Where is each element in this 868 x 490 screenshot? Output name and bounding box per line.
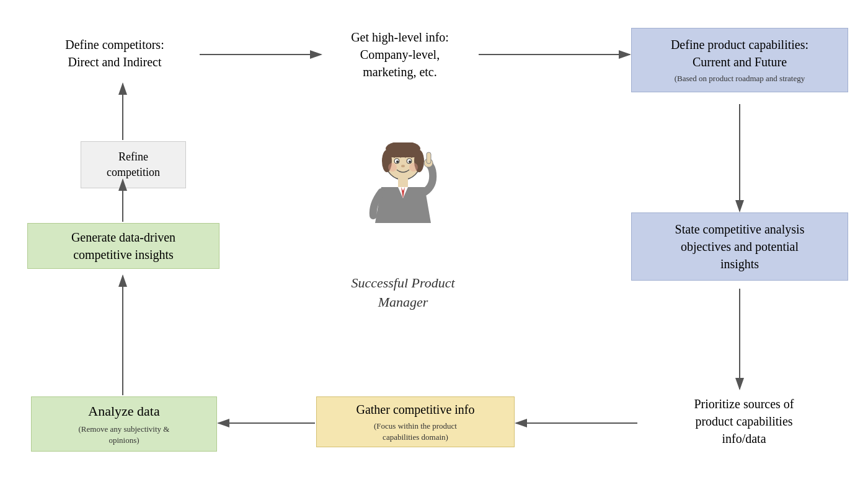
node-define-competitors: Define competitors: Direct and Indirect	[31, 31, 198, 76]
node-analyze-data: Analyze data (Remove any subjectivity &o…	[31, 396, 217, 452]
character-svg	[360, 142, 446, 266]
svg-rect-12	[398, 178, 408, 187]
node-refine-competition: Refinecompetition	[81, 141, 186, 188]
node-gather-competitive: Gather competitive info (Focus within th…	[316, 396, 515, 447]
svg-point-10	[388, 163, 397, 172]
svg-point-9	[401, 165, 405, 167]
character-label: Successful ProductManager	[335, 274, 471, 312]
diagram: Define competitors: Direct and Indirect …	[0, 0, 868, 490]
svg-rect-14	[427, 152, 431, 164]
node-get-high-level: Get high-level info: Company-level, mark…	[322, 24, 477, 86]
svg-point-7	[396, 160, 399, 163]
node-state-competitive: State competitive analysisobjectives and…	[631, 212, 848, 281]
svg-point-8	[409, 160, 411, 163]
node-prioritize-sources: Prioritize sources of product capabiliti…	[639, 390, 849, 453]
node-define-product-caps: Define product capabilities:Current and …	[631, 28, 848, 92]
svg-point-11	[409, 163, 418, 172]
character-figure: Successful ProductManager	[335, 142, 471, 312]
node-generate-insights: Generate data-drivencompetitive insights	[27, 223, 219, 269]
svg-rect-4	[387, 147, 419, 157]
